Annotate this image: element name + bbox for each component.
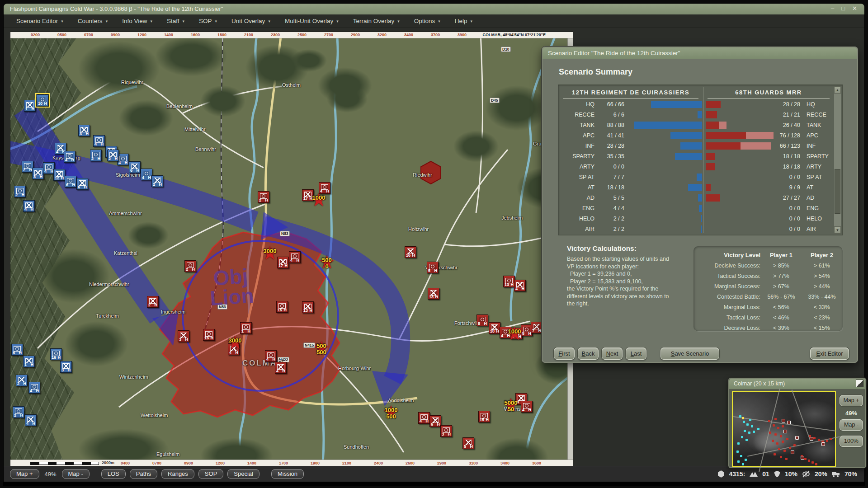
menu-item-staff[interactable]: Staff▾ — [160, 16, 193, 26]
unit-counter-red[interactable]: 4H — [265, 350, 277, 362]
map-minus-button[interactable]: Map - — [62, 469, 90, 479]
right-force-cells: 28 / 28HQ — [703, 99, 833, 110]
los-button[interactable]: LOS — [101, 469, 126, 479]
unit-counter-red[interactable]: 2H — [258, 191, 269, 203]
scrollbar-thumb[interactable] — [835, 169, 840, 214]
unit-counter-red[interactable]: 10H — [489, 322, 500, 334]
unit-counter-blue[interactable]: 2H — [90, 150, 102, 161]
unit-counter-red[interactable]: 4H — [289, 251, 301, 263]
unit-counter-red[interactable]: 3H — [178, 330, 189, 342]
chevron-down-icon: ▾ — [397, 19, 400, 23]
menu-item-scenario-editor[interactable]: Scenario Editor▾ — [10, 16, 71, 26]
unit-type-label: RECCE — [807, 110, 826, 120]
menu-item-multi-unit-overlay[interactable]: Multi-Unit Overlay▾ — [278, 16, 347, 26]
sop-button[interactable]: SOP — [198, 469, 223, 479]
unit-counter-blue[interactable]: 4H — [28, 382, 40, 394]
unit-counter-red[interactable]: 7H — [531, 322, 542, 333]
unit-counter-red[interactable]: 13H — [428, 288, 439, 300]
menu-item-info-view[interactable]: Info View▾ — [116, 16, 160, 26]
unit-counter-blue[interactable]: 8H — [11, 344, 23, 356]
unit-counter-red[interactable]: 2H — [184, 260, 196, 272]
unit-counter-blue[interactable]: 6H — [76, 178, 88, 190]
unit-counter-red[interactable]: 5H — [462, 437, 474, 449]
unit-counter-blue[interactable]: 4H — [141, 169, 152, 180]
unit-counter-blue[interactable]: 10H — [37, 94, 48, 106]
unit-counter-blue[interactable]: 2H — [16, 375, 28, 386]
special-button[interactable]: Special — [227, 469, 259, 479]
unit-counter-red[interactable]: 4H — [275, 362, 287, 374]
visibility-pct-label: 20% — [815, 470, 827, 478]
map-plus-button[interactable]: Map + — [10, 469, 39, 479]
unit-counter-red[interactable]: 15H — [276, 301, 288, 313]
menu-item-unit-overlay[interactable]: Unit Overlay▾ — [225, 16, 278, 26]
town-label-ingersheim: Ingersheim — [161, 309, 185, 314]
unit-counter-blue[interactable]: 4H — [25, 414, 37, 426]
minimap-100pct-button[interactable]: 100% — [840, 436, 863, 447]
minimap-map-minus-button[interactable]: Map - — [840, 419, 863, 431]
unit-counter-red[interactable]: 13H — [503, 276, 515, 287]
left-force-cells: INF28 / 28 — [558, 141, 703, 151]
panel-titlebar[interactable]: Scenario Editor "The Ride of the 12th Cu… — [542, 47, 857, 59]
menu-item-help[interactable]: Help▾ — [448, 16, 481, 26]
maximize-icon[interactable]: □ — [841, 4, 845, 14]
minimap-image[interactable] — [732, 391, 836, 467]
unit-strength: 4 — [501, 333, 503, 338]
unit-counter-red[interactable]: 4H — [418, 412, 430, 424]
unit-counter-blue[interactable]: 6H — [129, 161, 141, 173]
map-viewport[interactable]: RiquewihrOstheimBeblenheimMittelwihrBenn… — [10, 32, 573, 467]
unit-counter-blue[interactable]: 3H — [60, 361, 72, 373]
last-button[interactable]: Last — [626, 347, 646, 360]
minimap-map-plus-button[interactable]: Map + — [840, 395, 863, 406]
unit-counter-red[interactable]: 4H — [521, 401, 533, 413]
unit-counter-blue[interactable]: 2H — [151, 175, 163, 187]
unit-counter-blue[interactable]: 2H — [107, 150, 119, 161]
unit-counter-red[interactable]: 5H — [427, 262, 439, 273]
unit-counter-red[interactable]: 4H — [514, 280, 526, 291]
save-scenario-button[interactable]: Save Scenario — [660, 347, 719, 360]
mission-button[interactable]: Mission — [271, 469, 304, 479]
scroll-up-icon[interactable]: ▲ — [834, 86, 841, 94]
unit-counter-blue[interactable]: 2H — [14, 186, 26, 197]
menu-item-terrain-overlay[interactable]: Terrain Overlay▾ — [347, 16, 408, 26]
unit-counter-blue[interactable]: 12H — [53, 169, 65, 181]
unit-counter-red[interactable]: 8H — [476, 314, 488, 326]
unit-counter-blue[interactable]: 3H — [32, 168, 44, 179]
unit-counter-blue[interactable]: 16H — [50, 348, 62, 360]
back-button[interactable]: Back — [578, 347, 599, 360]
menu-item-options[interactable]: Options▾ — [408, 16, 448, 26]
unit-counter-red[interactable]: 16H — [203, 329, 215, 341]
table-scrollbar[interactable]: ▲ ▼ — [834, 86, 841, 234]
unit-counter-blue[interactable]: 1H — [24, 100, 36, 112]
unit-counter-blue[interactable]: 4H — [93, 135, 105, 147]
ranges-button[interactable]: Ranges — [161, 469, 194, 479]
close-icon[interactable]: ✕ — [852, 4, 857, 14]
menu-item-counters[interactable]: Counters▾ — [71, 16, 116, 26]
minimap-resize-icon[interactable] — [856, 380, 863, 387]
unit-counter-blue[interactable]: 2H — [13, 406, 24, 418]
unit-strength: 15 — [278, 308, 282, 312]
unit-counter-red[interactable]: 16H — [405, 246, 416, 258]
unit-counter-blue[interactable]: 1H — [23, 356, 35, 367]
unit-counter-red[interactable]: 3H — [440, 425, 452, 437]
menu-bar: Scenario Editor▾Counters▾Info View▾Staff… — [4, 14, 864, 28]
paths-button[interactable]: Paths — [130, 469, 157, 479]
unit-strength: 4 — [94, 142, 97, 146]
scroll-down-icon[interactable]: ▼ — [834, 226, 841, 234]
unit-counter-blue[interactable]: 3H — [78, 125, 90, 136]
minimap-unit-dot-red — [774, 433, 777, 436]
unit-counter-blue[interactable]: 4H — [23, 200, 35, 212]
minimize-icon[interactable]: – — [831, 4, 834, 14]
unit-counter-red[interactable]: 2H — [147, 296, 159, 308]
menu-item-sop[interactable]: SOP▾ — [193, 16, 225, 26]
ruler-number: 2400 — [374, 461, 383, 465]
next-button[interactable]: Next — [602, 347, 623, 360]
unit-counter-blue[interactable]: 6H — [65, 176, 76, 188]
first-button[interactable]: First — [554, 347, 575, 360]
unit-counter-red[interactable]: 13H — [302, 301, 314, 313]
town-label-wintzenheim: Wintzenheim — [119, 374, 148, 380]
unit-counter-blue[interactable]: 4H — [64, 151, 75, 163]
exit-editor-button[interactable]: Exit Editor — [810, 347, 849, 360]
unit-counter-red[interactable]: 15H — [478, 411, 490, 422]
minimap-title[interactable]: Colmar (20 x 15 km) — [729, 379, 865, 389]
unit-counter-red[interactable]: 6H — [429, 415, 441, 427]
